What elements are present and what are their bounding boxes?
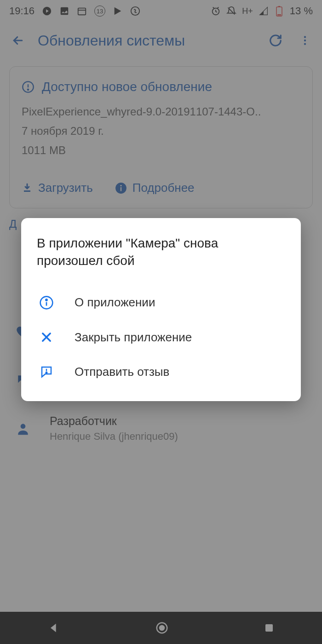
- feedback-icon: [39, 365, 54, 379]
- close-icon: [39, 331, 54, 344]
- dialog-close-app-button[interactable]: Закрыть приложение: [37, 320, 285, 355]
- svg-point-29: [46, 372, 47, 374]
- info-outline-icon: [39, 295, 54, 310]
- svg-point-25: [46, 299, 47, 300]
- dialog-feedback-label: Отправить отзыв: [75, 365, 169, 379]
- dialog-app-info-label: О приложении: [75, 295, 155, 310]
- dialog-close-app-label: Закрыть приложение: [75, 330, 192, 345]
- dialog-feedback-button[interactable]: Отправить отзыв: [37, 355, 285, 389]
- crash-dialog: В приложении "Камера" снова произошел сб…: [21, 218, 301, 401]
- dialog-title: В приложении "Камера" снова произошел сб…: [37, 235, 285, 270]
- dialog-app-info-button[interactable]: О приложении: [37, 285, 285, 320]
